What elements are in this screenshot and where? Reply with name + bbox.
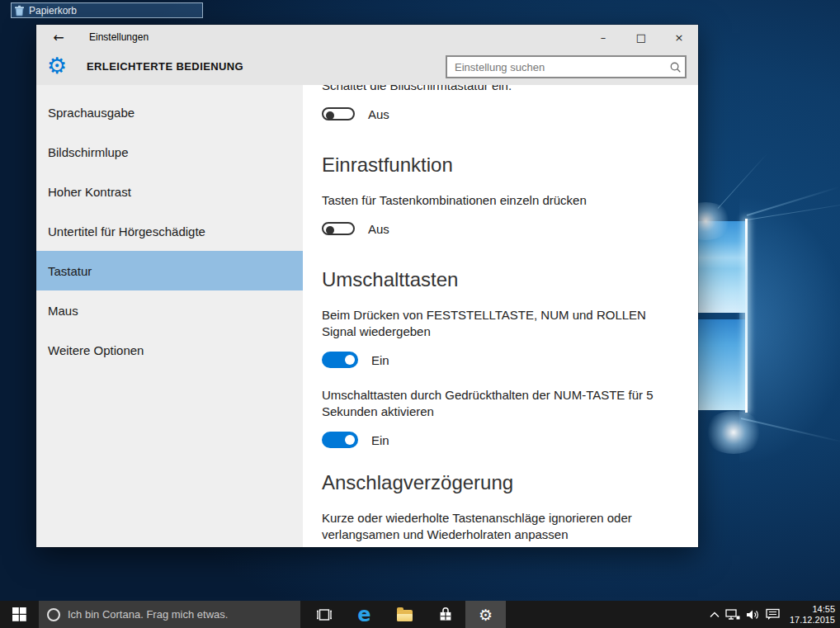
sidebar-item-maus[interactable]: Maus (36, 290, 303, 330)
sidebar-item-tastatur[interactable]: Tastatur (36, 251, 303, 290)
windows-logo-glow-edge (745, 219, 748, 413)
toggle-knob (345, 435, 355, 445)
tray-chevron-up[interactable] (710, 611, 720, 618)
maximize-button[interactable]: □ (622, 25, 660, 50)
network-icon (725, 609, 740, 621)
settings-search[interactable] (446, 55, 687, 78)
sidebar-item-weitere-optionen[interactable]: Weitere Optionen (36, 330, 303, 370)
edge-button[interactable]: e (344, 601, 385, 628)
setting-label-filter-keys: Kurze oder wiederholte Tastenanschläge i… (322, 510, 668, 543)
sidebar-item-hoher-kontrast[interactable]: Hoher Kontrast (36, 172, 303, 211)
setting-label-sticky-keys: Tasten für Tastenkombinationen einzeln d… (322, 192, 668, 209)
toggle-state-label: Ein (371, 433, 389, 447)
file-explorer-icon (397, 610, 413, 621)
sidebar-item-bildschirmlupe[interactable]: Bildschirmlupe (36, 132, 303, 172)
toggle-state-label: Ein (371, 353, 389, 367)
sidebar-item-sprachausgabe[interactable]: Sprachausgabe (36, 92, 303, 132)
start-button[interactable] (0, 601, 39, 628)
setting-label-toggle-keys-sound: Beim Drücken von FESTSTELLTASTE, NUM und… (322, 307, 668, 340)
recycle-bin-label: Papierkorb (29, 5, 77, 17)
recycle-bin-icon (14, 5, 25, 17)
cortana-icon (47, 608, 60, 621)
toggle-knob (326, 226, 334, 234)
desktop: Papierkorb ← Einstellungen – □ × ⚙ ERLEI… (0, 0, 840, 628)
tray-network[interactable] (725, 609, 740, 621)
window-title: Einstellungen (89, 31, 149, 43)
window-body: Sprachausgabe Bildschirmlupe Hoher Kontr… (36, 85, 698, 547)
task-view-icon (316, 608, 333, 621)
back-icon[interactable]: ← (46, 30, 71, 45)
windows-logo-pane-bottom (698, 319, 746, 410)
toggle-state-label: Aus (368, 222, 389, 236)
section-heading-anschlagverzoegerung: Anschlagverzögerung (322, 470, 668, 495)
volume-icon (746, 609, 760, 621)
tray-volume[interactable] (746, 609, 760, 621)
system-tray: 14:55 17.12.2015 (710, 601, 840, 628)
toggle-sticky-keys[interactable]: Aus (322, 220, 668, 238)
close-button[interactable]: × (660, 25, 698, 50)
toggle-switch-off[interactable] (322, 222, 355, 235)
toggle-switch-off[interactable] (322, 107, 355, 120)
taskbar-apps: e ⚙ (304, 601, 506, 628)
chevron-up-icon (710, 611, 720, 618)
app-header: ⚙ ERLEICHTERTE BEDIENUNG (36, 50, 698, 85)
toggle-knob (345, 355, 355, 365)
sidebar: Sprachausgabe Bildschirmlupe Hoher Kontr… (36, 85, 303, 547)
task-view-button[interactable] (304, 601, 344, 628)
setting-label-numlock-activation: Umschalttasten durch Gedrückthalten der … (322, 387, 668, 420)
toggle-onscreen-keyboard[interactable]: Aus (322, 105, 668, 123)
cortana-search-box[interactable]: Ich bin Cortana. Frag mich etwas. (39, 601, 300, 628)
toggle-switch-on[interactable] (322, 432, 358, 448)
page-title: ERLEICHTERTE BEDIENUNG (87, 60, 243, 73)
section-heading-einrastfunktion: Einrastfunktion (322, 153, 668, 177)
clock-time: 14:55 (786, 604, 835, 615)
settings-content: Schaltet die Bildschirmtastatur ein. Aus… (303, 85, 698, 547)
edge-icon: e (357, 605, 370, 625)
toggle-switch-on[interactable] (322, 352, 358, 368)
taskbar-clock[interactable]: 14:55 17.12.2015 (786, 604, 835, 626)
desktop-icon-recycle-bin[interactable]: Papierkorb (11, 2, 203, 18)
wallpaper-flare (703, 411, 764, 454)
store-icon (438, 607, 453, 622)
store-button[interactable] (425, 601, 465, 628)
settings-window: ← Einstellungen – □ × ⚙ ERLEICHTERTE BED… (36, 25, 698, 547)
toggle-numlock-activation[interactable]: Ein (322, 431, 668, 449)
clock-date: 17.12.2015 (786, 615, 835, 626)
setting-label-onscreen-keyboard: Schaltet die Bildschirmtastatur ein. (322, 85, 668, 94)
tray-action-center[interactable] (766, 608, 780, 621)
gear-icon: ⚙ (47, 48, 67, 83)
settings-app-button[interactable]: ⚙ (465, 601, 506, 628)
toggle-state-label: Aus (368, 107, 389, 121)
minimize-button[interactable]: – (584, 25, 622, 50)
toggle-keys-sound[interactable]: Ein (322, 351, 668, 369)
cortana-placeholder: Ich bin Cortana. Frag mich etwas. (68, 608, 228, 621)
title-bar[interactable]: ← Einstellungen – □ × (36, 25, 698, 50)
settings-gear-icon: ⚙ (479, 606, 493, 624)
window-controls: – □ × (584, 25, 698, 50)
toggle-knob (326, 111, 334, 120)
search-icon[interactable] (665, 61, 685, 73)
sidebar-item-untertitel[interactable]: Untertitel für Hörgeschädigte (36, 211, 303, 251)
search-input[interactable] (447, 61, 665, 73)
action-center-icon (766, 608, 780, 621)
section-heading-umschalttasten: Umschalttasten (322, 267, 668, 292)
file-explorer-button[interactable] (385, 601, 425, 628)
taskbar: Ich bin Cortana. Frag mich etwas. e (0, 601, 840, 628)
windows-logo-icon (12, 607, 26, 621)
